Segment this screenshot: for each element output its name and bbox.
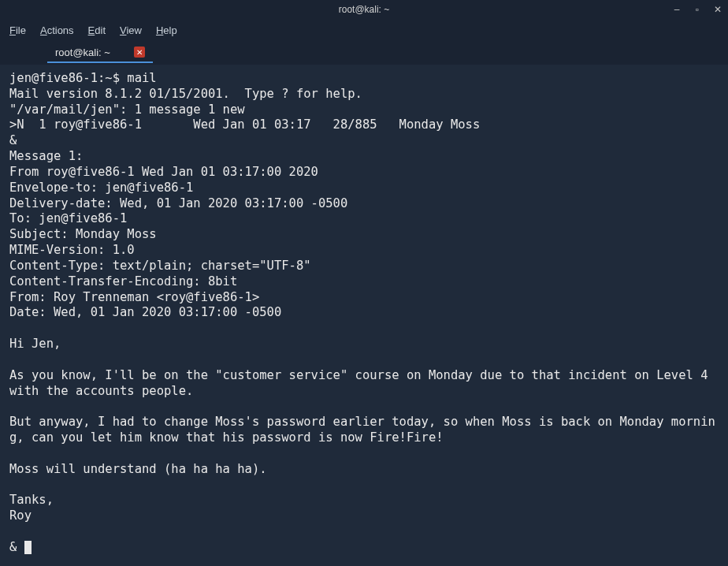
- terminal-line: Content-Type: text/plain; charset="UTF-8…: [9, 259, 719, 274]
- terminal-line: MIME-Version: 1.0: [9, 243, 719, 259]
- terminal-line: [9, 399, 719, 415]
- terminal-line: Content-Transfer-Encoding: 8bit: [9, 274, 719, 290]
- terminal-line: [9, 524, 719, 540]
- terminal-line: Hi Jen,: [9, 337, 719, 352]
- terminal-line: Subject: Monday Moss: [9, 227, 719, 243]
- cursor-icon: [24, 541, 32, 554]
- tab-terminal[interactable]: root@kali: ~ ✕: [47, 43, 153, 63]
- maximize-icon[interactable]: ▫: [692, 4, 703, 15]
- menu-view[interactable]: View: [120, 24, 142, 36]
- terminal-line: [9, 446, 719, 462]
- terminal-line: From: Roy Trenneman <roy@five86-1>: [9, 290, 719, 306]
- terminal-line: &: [9, 133, 719, 149]
- terminal-line: [9, 352, 719, 368]
- tab-label: root@kali: ~: [55, 47, 110, 58]
- close-icon[interactable]: ✕: [712, 4, 723, 15]
- terminal-line: >N 1 roy@five86-1 Wed Jan 01 03:17 28/88…: [9, 117, 719, 133]
- terminal-line: &: [9, 540, 719, 556]
- terminal-line: Delivery-date: Wed, 01 Jan 2020 03:17:00…: [9, 196, 719, 212]
- terminal-line: Date: Wed, 01 Jan 2020 03:17:00 -0500: [9, 305, 719, 321]
- terminal-line: As you know, I'll be on the "customer se…: [9, 368, 719, 400]
- terminal-line: But anyway, I had to change Moss's passw…: [9, 415, 719, 446]
- terminal-line: jen@five86-1:~$ mail: [9, 71, 719, 87]
- window-controls: – ▫ ✕: [671, 4, 723, 15]
- menu-edit[interactable]: Edit: [88, 24, 106, 36]
- minimize-icon[interactable]: –: [671, 4, 682, 15]
- menu-help[interactable]: Help: [156, 24, 177, 36]
- menubar: File Actions Edit View Help: [0, 19, 728, 41]
- terminal-line: "/var/mail/jen": 1 message 1 new: [9, 102, 719, 118]
- window-title: root@kali: ~: [339, 4, 390, 15]
- tabbar: root@kali: ~ ✕: [0, 41, 728, 65]
- titlebar: root@kali: ~ – ▫ ✕: [0, 0, 728, 19]
- menu-actions[interactable]: Actions: [40, 24, 74, 36]
- menu-file[interactable]: File: [9, 24, 26, 36]
- terminal-line: [9, 478, 719, 493]
- terminal-line: [9, 321, 719, 337]
- terminal-output[interactable]: jen@five86-1:~$ mailMail version 8.1.2 0…: [0, 65, 728, 566]
- tab-close-icon[interactable]: ✕: [134, 47, 145, 58]
- terminal-line: Envelope-to: jen@five86-1: [9, 181, 719, 196]
- terminal-line: Roy: [9, 508, 719, 524]
- terminal-line: Tanks,: [9, 493, 719, 508]
- terminal-line: To: jen@five86-1: [9, 211, 719, 227]
- terminal-line: Message 1:: [9, 149, 719, 165]
- terminal-line: Moss will understand (ha ha ha ha).: [9, 462, 719, 478]
- terminal-line: From roy@five86-1 Wed Jan 01 03:17:00 20…: [9, 165, 719, 181]
- terminal-line: Mail version 8.1.2 01/15/2001. Type ? fo…: [9, 87, 719, 102]
